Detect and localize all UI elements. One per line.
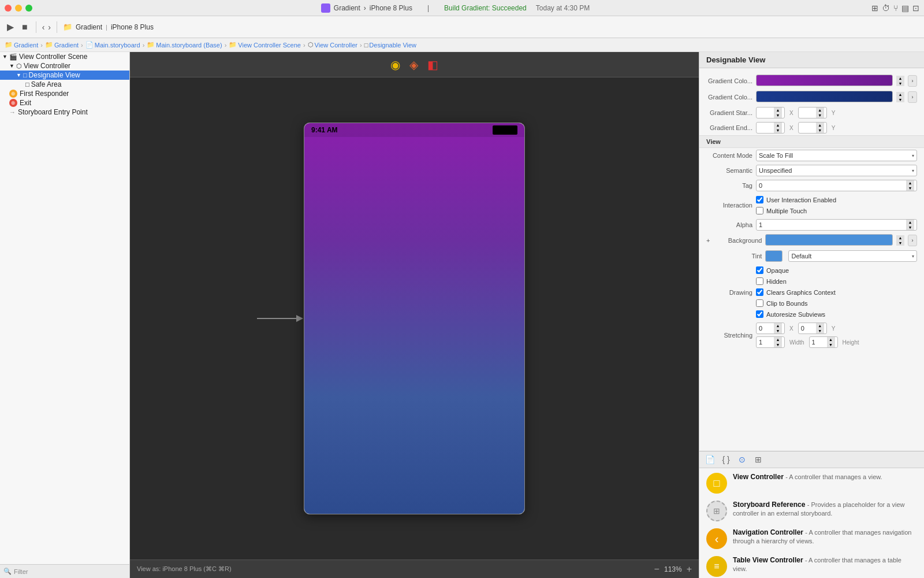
user-interaction-row[interactable]: User Interaction Enabled	[756, 195, 836, 205]
clears-row[interactable]: Clears Graphics Context	[756, 287, 836, 297]
tag-up[interactable]: ▲	[906, 180, 914, 186]
breadcrumb-item-7[interactable]: Designable View	[369, 42, 416, 49]
clears-checkbox[interactable]	[756, 288, 763, 296]
lib-item-nav-controller[interactable]: ‹ Navigation Controller - A controller t…	[706, 528, 917, 549]
stx-down[interactable]: ▼	[774, 328, 782, 334]
lib-tab-code[interactable]: { }	[720, 454, 732, 465]
gradient-color2-value[interactable]	[756, 91, 893, 103]
clock-button[interactable]: ⏱	[882, 3, 890, 13]
sidebar-item-scene[interactable]: ▼ 🎬 View Controller Scene	[0, 52, 129, 61]
zoom-in-button[interactable]: +	[687, 564, 692, 575]
tag-field[interactable]: 0 ▲▼	[756, 180, 917, 191]
lib-tab-file[interactable]: 📄	[704, 454, 716, 465]
stepper-up[interactable]: ▲	[896, 76, 904, 81]
breadcrumb-item-3[interactable]: Main.storyboard	[95, 42, 140, 49]
gradient-end-y-field[interactable]: ▲▼	[798, 122, 827, 134]
sth-up[interactable]: ▲	[827, 337, 835, 342]
multiple-touch-row[interactable]: Multiple Touch	[756, 206, 836, 216]
bg-down[interactable]: ▼	[896, 240, 904, 246]
git-button[interactable]: ⑂	[893, 3, 898, 13]
tint-dropdown[interactable]: Default ▾	[788, 250, 917, 262]
grid-view-button[interactable]: ⊞	[871, 3, 878, 13]
sidebar-item-controller[interactable]: ▼ ⬡ View Controller	[0, 61, 129, 71]
user-interaction-checkbox[interactable]	[756, 196, 763, 203]
gradient-color2-swatch[interactable]	[756, 91, 893, 102]
lib-item-storyboard-ref[interactable]: ⊞ Storyboard Reference - Provides a plac…	[706, 501, 917, 521]
breadcrumb-item-1[interactable]: Gradient	[14, 42, 38, 49]
forward-button[interactable]: ›	[48, 23, 51, 32]
opaque-checkbox[interactable]	[756, 266, 763, 274]
alpha-field[interactable]: 1 ▲▼	[756, 219, 917, 231]
canvas-main[interactable]: 9:41 AM ████	[130, 77, 699, 560]
bg-expand[interactable]: ›	[908, 235, 917, 246]
gradient-color1-expand[interactable]: ›	[908, 75, 917, 87]
sy-up[interactable]: ▲	[816, 108, 824, 113]
stretching-h-field[interactable]: 1 ▲▼	[809, 336, 838, 348]
background-expand[interactable]: +	[706, 237, 710, 244]
lib-item-table-controller[interactable]: ≡ Table View Controller - A controller t…	[706, 556, 917, 577]
sx-up[interactable]: ▲	[774, 108, 782, 113]
breadcrumb-item-5[interactable]: View Controller Scene	[238, 42, 301, 49]
ey-down[interactable]: ▼	[816, 128, 824, 133]
zoom-out-button[interactable]: −	[654, 564, 660, 575]
breadcrumb-item-6[interactable]: View Controller	[315, 42, 357, 49]
alpha-down[interactable]: ▼	[906, 225, 914, 230]
tint-value[interactable]: Default ▾	[788, 250, 917, 262]
lib-tab-grid[interactable]: ⊞	[752, 454, 764, 465]
gradient-end-x-field[interactable]: ▲▼	[756, 122, 785, 134]
lib-item-view-controller[interactable]: □ View Controller - A controller that ma…	[706, 473, 917, 494]
ex-down[interactable]: ▼	[774, 128, 782, 133]
content-mode-dropdown[interactable]: Scale To Fill ▾	[756, 150, 917, 161]
sty-down[interactable]: ▼	[816, 328, 824, 334]
canvas-gradient-button[interactable]: ◈	[409, 58, 418, 72]
sx-down[interactable]: ▼	[774, 113, 782, 118]
ey-up[interactable]: ▲	[816, 123, 824, 128]
tag-down[interactable]: ▼	[906, 186, 914, 191]
multiple-touch-checkbox[interactable]	[756, 207, 763, 214]
lib-tab-circle[interactable]: ⊙	[736, 454, 748, 465]
stretching-y-field[interactable]: 0 ▲▼	[798, 323, 827, 334]
stepper-down[interactable]: ▼	[896, 81, 904, 86]
layout-button[interactable]: ▤	[901, 3, 909, 13]
close-button[interactable]	[5, 5, 12, 12]
sy-down[interactable]: ▼	[816, 113, 824, 118]
sidebar-item-entry-point[interactable]: → Storyboard Entry Point	[0, 108, 129, 117]
stepper-up2[interactable]: ▲	[896, 92, 904, 97]
semantic-value[interactable]: Unspecified ▾	[756, 165, 917, 176]
clip-checkbox[interactable]	[756, 299, 763, 307]
minimize-button[interactable]	[15, 5, 22, 12]
maximize-button[interactable]	[25, 5, 32, 12]
breadcrumb-item-2[interactable]: Gradient	[54, 42, 79, 49]
panel-button[interactable]: ⊡	[912, 3, 919, 13]
background-color-swatch[interactable]	[765, 234, 893, 246]
semantic-dropdown[interactable]: Unspecified ▾	[756, 165, 917, 176]
sty-up[interactable]: ▲	[816, 323, 824, 328]
autoresize-checkbox[interactable]	[756, 310, 763, 318]
canvas-box-button[interactable]: ◧	[427, 58, 438, 72]
content-mode-value[interactable]: Scale To Fill ▾	[756, 150, 917, 161]
stw-up[interactable]: ▲	[774, 337, 782, 342]
hidden-checkbox[interactable]	[756, 277, 763, 285]
gradient-color1-value[interactable]	[756, 75, 893, 87]
sidebar-item-first-responder[interactable]: ⊕ First Responder	[0, 89, 129, 98]
canvas-circle-button[interactable]: ◉	[390, 58, 400, 72]
stx-up[interactable]: ▲	[774, 323, 782, 328]
stw-down[interactable]: ▼	[774, 342, 782, 347]
sidebar-item-safe-area[interactable]: □ Safe Area	[0, 80, 129, 89]
stretching-w-field[interactable]: 1 ▲▼	[756, 336, 785, 348]
gradient-start-x-field[interactable]: ▲▼	[756, 107, 785, 118]
autoresize-row[interactable]: Autoresize Subviews	[756, 309, 836, 319]
stop-button[interactable]: ■	[20, 21, 30, 34]
sth-down[interactable]: ▼	[827, 342, 835, 347]
gradient-start-y-field[interactable]: ▲▼	[798, 107, 827, 118]
sidebar-item-exit[interactable]: ⊗ Exit	[0, 98, 129, 108]
gradient-color1-swatch[interactable]	[756, 75, 893, 86]
back-button[interactable]: ‹	[42, 23, 45, 32]
stretching-x-field[interactable]: 0 ▲▼	[756, 323, 785, 334]
run-button[interactable]: ▶	[5, 20, 16, 34]
breadcrumb-item-4[interactable]: Main.storyboard (Base)	[156, 42, 222, 49]
bg-up[interactable]: ▲	[896, 235, 904, 240]
gradient-color2-expand[interactable]: ›	[908, 91, 917, 103]
stepper-down2[interactable]: ▼	[896, 97, 904, 102]
hidden-row[interactable]: Hidden	[756, 276, 836, 286]
